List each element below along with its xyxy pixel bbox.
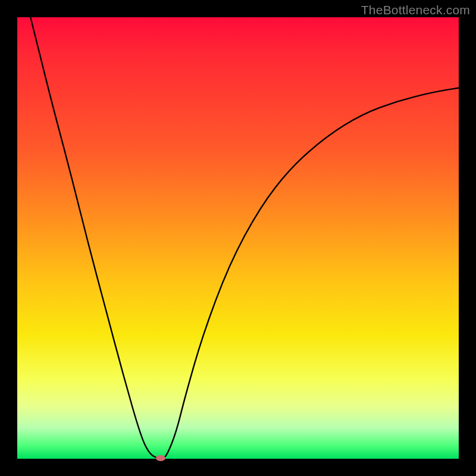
watermark-text: TheBottleneck.com	[361, 3, 470, 17]
bottleneck-chart: TheBottleneck.com	[0, 0, 476, 476]
curve-svg	[17, 17, 459, 459]
plot-area	[17, 17, 459, 459]
bottleneck-curve-path	[30, 17, 459, 459]
minimum-marker	[156, 455, 165, 461]
